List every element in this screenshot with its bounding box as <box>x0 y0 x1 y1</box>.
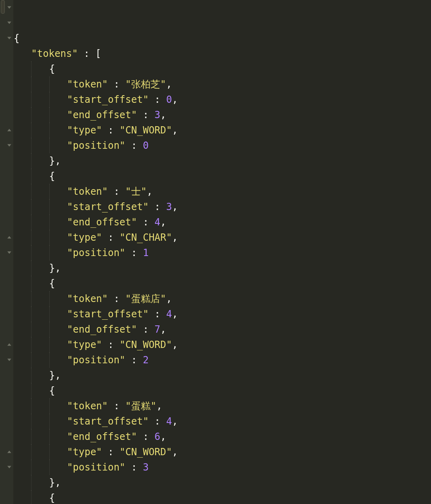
code-line[interactable]: "start_offset" : 3, <box>14 199 431 215</box>
gutter-row <box>0 260 13 276</box>
code-token-punct: : <box>149 308 166 320</box>
code-line[interactable]: "end_offset" : 7, <box>14 322 431 337</box>
code-token-punct: , <box>147 186 153 197</box>
code-token-key: "position" <box>67 462 126 473</box>
code-token-punct: : <box>126 354 143 366</box>
code-line[interactable]: "start_offset" : 4, <box>14 306 431 322</box>
code-token-punct: : <box>137 431 154 442</box>
code-token-key: "start_offset" <box>67 201 149 212</box>
code-line[interactable]: "position" : 1 <box>14 245 431 260</box>
code-line[interactable]: "token" : "张柏芝", <box>14 77 431 92</box>
code-token-str: "张柏芝" <box>126 79 166 90</box>
code-line[interactable]: { <box>14 490 431 504</box>
code-token-punct: : <box>137 324 154 335</box>
fold-open-icon[interactable] <box>7 5 13 10</box>
code-token-key: "end_offset" <box>67 109 137 121</box>
code-token-key: "type" <box>67 339 102 350</box>
code-token-key: "end_offset" <box>67 217 137 228</box>
code-token-num: 3 <box>155 109 160 121</box>
code-token-punct: , <box>160 431 166 442</box>
fold-open-icon[interactable] <box>7 250 13 256</box>
code-token-punct: , <box>160 109 166 121</box>
code-line[interactable]: { <box>14 61 431 77</box>
code-line[interactable]: }, <box>14 368 431 383</box>
code-token-str: "CN_WORD" <box>119 446 172 458</box>
fold-close-icon[interactable] <box>7 342 13 348</box>
code-line[interactable]: "type" : "CN_WORD", <box>14 337 431 352</box>
code-token-key: "start_offset" <box>67 416 149 427</box>
code-token-punct: , <box>172 125 178 136</box>
code-line[interactable]: "start_offset" : 0, <box>14 92 431 107</box>
fold-close-icon[interactable] <box>7 127 13 133</box>
code-line[interactable]: }, <box>14 153 431 169</box>
code-editor[interactable]: { "tokens" : [ { "token" : "张柏芝", "start… <box>13 0 431 504</box>
code-line[interactable]: "end_offset" : 6, <box>14 429 431 444</box>
code-token-num: 7 <box>155 324 160 335</box>
code-line[interactable]: }, <box>14 475 431 490</box>
code-token-str: "CN_WORD" <box>119 125 172 136</box>
fold-open-icon[interactable] <box>7 35 13 41</box>
code-token-str: "士" <box>126 186 147 197</box>
code-token-punct: : <box>126 247 143 258</box>
code-token-key: "token" <box>67 79 108 90</box>
code-token-punct: : <box>108 293 125 304</box>
code-line[interactable]: { <box>14 31 431 46</box>
code-token-punct: : <box>149 94 166 105</box>
code-line[interactable]: "end_offset" : 4, <box>14 215 431 230</box>
code-token-punct: { <box>49 278 55 289</box>
code-token-key: "type" <box>67 446 102 458</box>
gutter-row <box>0 153 13 169</box>
editor-scrollbar-track[interactable] <box>425 0 431 504</box>
code-line[interactable]: "token" : "蛋糕", <box>14 398 431 414</box>
code-line[interactable]: "type" : "CN_CHAR", <box>14 230 431 245</box>
code-token-punct: : <box>102 446 119 458</box>
code-line[interactable]: "token" : "士", <box>14 184 431 199</box>
code-token-punct: : <box>126 140 143 151</box>
code-line[interactable]: "type" : "CN_WORD", <box>14 123 431 138</box>
code-token-key: "type" <box>67 232 102 243</box>
gutter-row <box>0 92 13 107</box>
code-token-punct: , <box>172 446 178 458</box>
code-token-num: 1 <box>143 247 149 258</box>
code-line[interactable]: "position" : 3 <box>14 460 431 475</box>
code-token-punct: }, <box>49 370 61 381</box>
code-line[interactable]: "position" : 2 <box>14 352 431 368</box>
code-token-num: 0 <box>143 140 149 151</box>
code-line[interactable]: { <box>14 383 431 398</box>
fold-open-icon[interactable] <box>7 20 13 26</box>
gutter-row <box>0 123 13 138</box>
gutter-row <box>0 77 13 92</box>
fold-open-icon[interactable] <box>7 464 13 470</box>
code-token-num: 0 <box>166 94 172 105</box>
code-token-num: 4 <box>166 308 172 320</box>
code-token-key: "start_offset" <box>67 94 149 105</box>
fold-open-icon[interactable] <box>7 357 13 363</box>
code-line[interactable]: { <box>14 276 431 291</box>
gutter-row <box>0 306 13 322</box>
code-token-punct: { <box>49 492 55 504</box>
code-token-str: "蛋糕" <box>126 400 157 412</box>
fold-close-icon[interactable] <box>7 235 13 240</box>
code-line[interactable]: }, <box>14 260 431 276</box>
gutter-row <box>0 383 13 398</box>
fold-close-icon[interactable] <box>7 449 13 455</box>
code-line[interactable]: "tokens" : [ <box>14 46 431 61</box>
code-token-punct: , <box>166 79 172 90</box>
code-token-num: 4 <box>166 416 172 427</box>
code-line[interactable]: "type" : "CN_WORD", <box>14 444 431 460</box>
code-token-punct: : <box>126 462 143 473</box>
code-token-str: "CN_CHAR" <box>119 232 172 243</box>
fold-open-icon[interactable] <box>7 143 13 148</box>
gutter-row <box>0 460 13 475</box>
code-line[interactable]: { <box>14 169 431 184</box>
code-line[interactable]: "token" : "蛋糕店", <box>14 291 431 306</box>
gutter-row <box>0 414 13 429</box>
code-token-punct: : <box>149 416 166 427</box>
code-line[interactable]: "position" : 0 <box>14 138 431 153</box>
code-token-num: 2 <box>143 354 149 366</box>
code-token-punct: : <box>137 109 154 121</box>
code-token-punct: , <box>157 400 162 412</box>
code-token-key: "end_offset" <box>67 431 137 442</box>
code-line[interactable]: "start_offset" : 4, <box>14 414 431 429</box>
code-line[interactable]: "end_offset" : 3, <box>14 107 431 123</box>
